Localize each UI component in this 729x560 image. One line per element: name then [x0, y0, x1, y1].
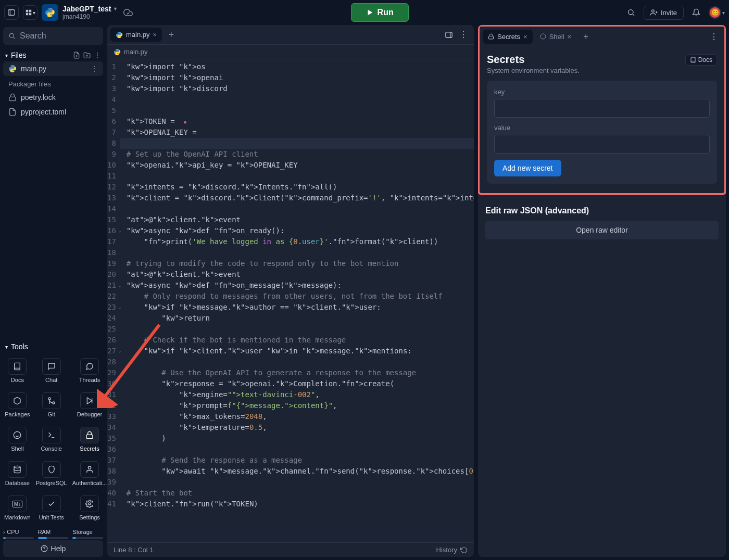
secrets-title: Secrets	[487, 54, 524, 66]
open-raw-editor-button[interactable]: Open raw editor	[485, 221, 719, 239]
file-item-main[interactable]: main.py ⋮	[3, 61, 103, 76]
lock-file-icon	[8, 93, 17, 101]
tool-secrets[interactable]: Secrets	[71, 424, 108, 455]
breadcrumb: main.py	[107, 45, 474, 59]
avatar[interactable]: 😊	[709, 6, 721, 19]
topbar: ▾ JabeGPT_test ▾ jman4190 Run Invite	[0, 0, 729, 25]
tool-auth[interactable]: Authenticati...	[71, 458, 108, 489]
search-input[interactable]: Search	[3, 27, 103, 45]
tool-unittests[interactable]: Unit Tests	[35, 492, 68, 524]
layout-icon[interactable]	[442, 28, 456, 42]
run-label: Run	[378, 8, 394, 17]
tab-secrets[interactable]: Secrets ×	[483, 30, 533, 44]
project-icon	[42, 4, 58, 21]
svg-point-33	[541, 34, 546, 39]
file-item-poetry[interactable]: poetry.lock	[3, 90, 103, 105]
tool-packages[interactable]: Packages	[3, 389, 32, 421]
tool-database[interactable]: Database	[3, 458, 32, 489]
user-plus-icon	[650, 9, 658, 16]
tab-shell[interactable]: Shell ×	[535, 30, 577, 44]
svg-rect-17	[9, 97, 16, 100]
sidebar: Search ▾ Files ⋮ main.py ⋮ Packager file…	[3, 25, 103, 557]
new-folder-icon[interactable]	[83, 52, 91, 59]
svg-rect-3	[29, 10, 31, 12]
svg-line-12	[14, 37, 15, 39]
tool-chat[interactable]: Chat	[35, 355, 68, 386]
secrets-subtitle: System environment variables.	[487, 67, 717, 74]
svg-rect-4	[26, 13, 28, 16]
editor-pane: main.py × ＋ ⋮ main.py 123456789101112131…	[107, 25, 474, 557]
meter-cpu: ›CPU	[3, 529, 34, 539]
svg-rect-24	[86, 435, 93, 438]
project-menu-chevron-icon[interactable]: ▾	[114, 6, 117, 11]
new-tab-icon[interactable]: ＋	[579, 29, 593, 44]
svg-point-27	[89, 503, 91, 505]
close-icon[interactable]: ×	[523, 33, 527, 41]
tool-git[interactable]: Git	[35, 389, 68, 421]
tools-heading[interactable]: ▾ Tools	[3, 340, 103, 353]
svg-rect-32	[489, 36, 494, 40]
svg-point-22	[14, 431, 21, 438]
right-pane: Secrets × Shell × ＋ ⋮ Secrets Docs Syste…	[478, 25, 726, 557]
toml-file-icon	[8, 108, 17, 116]
tools-grid: Docs Chat Threads Packages Git Debugger …	[3, 353, 103, 526]
svg-point-19	[48, 398, 51, 400]
tool-threads[interactable]: Threads	[71, 355, 108, 386]
files-more-icon[interactable]: ⋮	[94, 51, 101, 59]
key-label: key	[494, 88, 710, 96]
tool-markdown[interactable]: M↓Markdown	[3, 492, 32, 524]
tool-shell[interactable]: Shell	[3, 424, 32, 455]
svg-rect-0	[8, 10, 15, 16]
tool-docs[interactable]: Docs	[3, 355, 32, 386]
new-tab-icon[interactable]: ＋	[164, 28, 179, 42]
file-item-pyproject[interactable]: pyproject.toml	[3, 105, 103, 119]
user-menu-chevron-icon[interactable]: ▾	[722, 10, 725, 16]
search-placeholder: Search	[20, 31, 46, 41]
add-secret-button[interactable]: Add new secret	[494, 160, 561, 176]
tool-debugger[interactable]: Debugger	[71, 389, 108, 421]
cloud-sync-icon[interactable]	[121, 5, 135, 20]
bell-icon[interactable]	[689, 5, 703, 20]
file-more-icon[interactable]: ⋮	[91, 65, 98, 73]
tool-postgresql[interactable]: PostgreSQL	[35, 458, 68, 489]
help-button[interactable]: Help	[3, 540, 103, 557]
svg-point-8	[652, 10, 655, 12]
layout-menu-icon[interactable]: ▾	[23, 5, 37, 20]
history-button[interactable]: History	[436, 546, 468, 554]
project-user[interactable]: jman4190	[62, 14, 117, 20]
svg-marker-20	[87, 398, 92, 404]
docs-button[interactable]: Docs	[685, 54, 717, 66]
svg-rect-30	[446, 32, 452, 37]
editor-more-icon[interactable]: ⋮	[456, 28, 471, 42]
key-input[interactable]	[494, 99, 710, 118]
tool-console[interactable]: Console	[35, 424, 68, 455]
packager-heading: Packager files	[3, 76, 103, 90]
sidebar-toggle-icon[interactable]	[4, 5, 19, 20]
new-file-icon[interactable]	[73, 52, 80, 59]
python-icon	[114, 48, 121, 56]
close-icon[interactable]: ×	[153, 31, 157, 39]
svg-rect-5	[29, 13, 31, 16]
invite-button[interactable]: Invite	[644, 6, 684, 20]
panel-more-icon[interactable]: ⋮	[707, 29, 721, 44]
cursor-position: Line 8 : Col 1	[114, 546, 154, 554]
history-icon	[460, 546, 468, 554]
help-icon	[41, 545, 48, 552]
tool-settings[interactable]: Settings	[71, 492, 108, 524]
value-label: value	[494, 124, 710, 132]
advanced-title: Edit raw JSON (advanced)	[485, 206, 719, 215]
tab-main[interactable]: main.py ×	[110, 28, 162, 42]
svg-point-11	[9, 33, 14, 37]
meter-storage: Storage	[72, 529, 103, 539]
svg-point-25	[14, 466, 20, 468]
search-icon	[8, 32, 16, 40]
search-icon[interactable]	[624, 5, 638, 20]
meter-ram: RAM	[38, 529, 69, 539]
value-input[interactable]	[494, 135, 710, 154]
svg-point-18	[53, 402, 55, 404]
close-icon[interactable]: ×	[568, 33, 572, 41]
svg-point-26	[88, 466, 91, 469]
run-button[interactable]: Run	[351, 3, 409, 22]
files-heading[interactable]: ▾ Files ⋮	[3, 49, 103, 61]
code-editor[interactable]: 12345678910111213141516⌄1718192021⌄2223⌄…	[107, 59, 474, 542]
